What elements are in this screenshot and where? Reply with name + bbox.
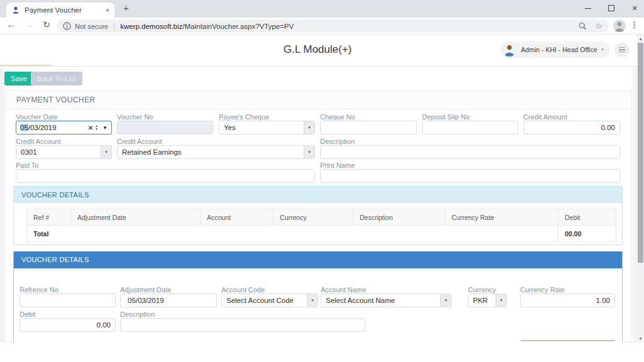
payees-cheque-label: Payee's Cheque: [219, 113, 269, 121]
cheque-no-label: Cheque No: [320, 113, 355, 121]
page-right-gutter: [633, 67, 637, 343]
user-menu[interactable]: Admin - KHI - Head Office ▾: [501, 41, 610, 58]
credit-account-name-select[interactable]: Retained Earnings ▾: [117, 145, 315, 159]
partial-element-edge: [521, 340, 615, 341]
zoom-icon[interactable]: [579, 22, 587, 30]
entry-description-input[interactable]: [120, 318, 365, 332]
voucher-date-value: 05/03/2019: [16, 124, 88, 131]
paid-to-label: Paid To: [16, 162, 39, 169]
credit-account-code-label: Credit Account: [16, 138, 61, 145]
window-maximize-button[interactable]: [602, 0, 621, 16]
bookmark-star-icon[interactable]: ☆: [595, 21, 602, 31]
col-currency: Currency: [274, 209, 353, 226]
col-currency-rate: Currency Rate: [445, 209, 558, 226]
voucher-date-input[interactable]: 05/03/2019 ✕ ▲▼ ▼: [16, 121, 112, 134]
security-label[interactable]: Not secure: [75, 23, 108, 30]
col-account: Account: [201, 209, 274, 226]
browser-tab[interactable]: Payment Voucher ×: [6, 3, 114, 18]
clear-date-icon[interactable]: ✕: [88, 124, 93, 131]
browser-window: Payment Voucher × + × ← → ↻ Not secure k…: [0, 0, 644, 362]
adjustment-date-input[interactable]: 05/03/2019: [120, 293, 217, 307]
user-label: Admin - KHI - Head Office: [521, 46, 597, 53]
omnibox-divider: [114, 22, 114, 30]
paid-to-input[interactable]: [16, 169, 315, 183]
account-name-select[interactable]: Select Account Name ▾: [321, 293, 452, 307]
hamburger-menu-button[interactable]: [614, 42, 630, 57]
favicon: [11, 6, 20, 14]
voucher-date-label: Voucher Date: [16, 113, 58, 121]
dropdown-caret-icon[interactable]: ▾: [304, 121, 314, 134]
table-header-row: Ref # Adjustment Date Account Currency D…: [27, 209, 616, 226]
scroll-up-icon[interactable]: ▲: [637, 35, 644, 42]
panel-title: PAYMENT VOUCHER: [6, 91, 631, 109]
header-divider: [0, 66, 637, 67]
payees-cheque-select[interactable]: Yes ▾: [219, 121, 315, 134]
total-debit-value: 00.00: [558, 226, 616, 242]
page-left-gutter: [0, 67, 4, 343]
browser-toolbar: ← → ↻ Not secure kwerp.demosoft.biz /Mai…: [0, 18, 644, 35]
save-button[interactable]: Save: [4, 72, 33, 85]
entry-description-label: Description: [120, 310, 155, 318]
refrence-no-label: Refrence No: [19, 286, 58, 293]
cheque-no-input[interactable]: [320, 121, 417, 134]
voucher-details-table: Ref # Adjustment Date Account Currency D…: [26, 209, 616, 242]
window-minimize-button[interactable]: [579, 0, 597, 16]
credit-amount-label: Credit Amount: [523, 113, 567, 121]
date-caret-icon[interactable]: ▼: [103, 125, 108, 131]
date-spinner[interactable]: ▲▼: [95, 124, 98, 131]
profile-avatar[interactable]: [613, 19, 626, 32]
total-label: Total: [27, 226, 558, 242]
col-adjustment-date: Adjustment Date: [71, 209, 201, 226]
currency-rate-input[interactable]: 1.00: [520, 293, 615, 307]
col-debit: Debit: [558, 209, 616, 226]
print-name-input[interactable]: [320, 169, 620, 183]
dropdown-caret-icon[interactable]: ▾: [101, 146, 111, 158]
voucher-details-summary-title: VOUCHER DETAILS: [14, 187, 622, 203]
print-name-label: Print Name: [320, 162, 355, 169]
credit-account-code-select[interactable]: 0301 ▾: [16, 145, 112, 159]
app-header: G.L Module(+) Admin - KHI - Head Office …: [0, 35, 644, 65]
credit-amount-input[interactable]: 0.00: [523, 121, 620, 134]
scroll-down-icon[interactable]: ▼: [637, 335, 644, 342]
address-bar[interactable]: Not secure kwerp.demosoft.biz /MaintainV…: [57, 19, 609, 33]
browser-tab-strip: Payment Voucher × + ×: [0, 0, 644, 18]
browser-menu-icon[interactable]: ⋮: [630, 20, 638, 30]
debit-input[interactable]: 0.00: [19, 318, 116, 332]
reload-icon[interactable]: ↻: [40, 19, 53, 30]
voucher-details-summary-panel: VOUCHER DETAILS Ref # Adjustment Date Ac…: [13, 186, 623, 245]
dropdown-caret-icon[interactable]: ▾: [496, 294, 506, 307]
forward-icon[interactable]: →: [23, 19, 35, 30]
description-label: Description: [320, 138, 355, 145]
currency-select[interactable]: PKR ▾: [468, 293, 507, 307]
col-ref: Ref #: [27, 209, 71, 226]
deposit-slip-no-label: Deposit Slip No: [422, 113, 470, 121]
minimize-icon: [585, 8, 591, 9]
adjustment-date-label: Adjustment Date: [120, 286, 171, 293]
window-close-button[interactable]: ×: [625, 0, 644, 16]
deposit-slip-no-input[interactable]: [422, 121, 518, 134]
dropdown-caret-icon[interactable]: ▾: [304, 146, 314, 158]
account-code-select[interactable]: Select Account Code ▾: [221, 293, 318, 307]
new-tab-icon[interactable]: +: [123, 3, 129, 13]
refrence-no-input[interactable]: [19, 293, 116, 307]
info-icon: [63, 22, 71, 30]
url-domain[interactable]: kwerp.demosoft.biz: [120, 23, 182, 30]
dropdown-caret-icon[interactable]: ▾: [440, 294, 451, 307]
page-scrollbar[interactable]: ▲ ▼: [637, 35, 644, 343]
back-to-list-button[interactable]: Back To List: [31, 72, 82, 85]
back-icon[interactable]: ←: [5, 19, 18, 30]
tab-close-icon[interactable]: ×: [106, 6, 109, 14]
maximize-icon: [608, 5, 614, 11]
voucher-no-input: [117, 121, 213, 134]
table-total-row: Total 00.00: [27, 226, 616, 242]
user-caret-icon: ▾: [601, 47, 604, 52]
credit-account-name-label: Credit Account: [117, 138, 162, 145]
description-input[interactable]: [320, 145, 620, 159]
currency-label: Currency: [468, 286, 496, 293]
hamburger-icon: [619, 47, 625, 48]
voucher-no-label: Voucher No: [117, 113, 153, 121]
url-path[interactable]: /MaintainVoucher.aspx?VType=PV: [182, 23, 294, 30]
dropdown-caret-icon[interactable]: ▾: [307, 294, 318, 307]
scrollbar-thumb[interactable]: [638, 43, 643, 263]
debit-label: Debit: [19, 310, 36, 318]
